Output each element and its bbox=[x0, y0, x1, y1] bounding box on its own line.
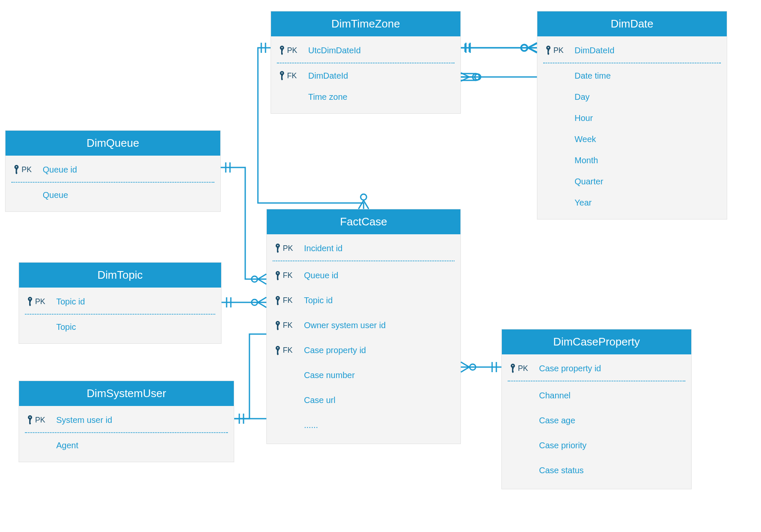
field-name: Date time bbox=[575, 71, 611, 81]
key-icon bbox=[274, 296, 281, 305]
field-name: Case property id bbox=[539, 364, 601, 373]
entity-title: DimSystemUser bbox=[19, 381, 234, 406]
svg-line-6 bbox=[528, 44, 537, 48]
key-label: FK bbox=[279, 71, 308, 80]
svg-line-28 bbox=[258, 297, 266, 302]
field-name: Queue bbox=[43, 190, 68, 200]
svg-point-41 bbox=[361, 194, 367, 200]
key-label: FK bbox=[274, 296, 304, 305]
field-row: Topic bbox=[19, 316, 221, 337]
rel-topic-factcase bbox=[222, 297, 266, 307]
field-row: PK UtcDimDateId bbox=[271, 40, 460, 61]
key-label: PK bbox=[27, 415, 56, 425]
svg-point-13 bbox=[521, 45, 527, 51]
field-name: Day bbox=[575, 92, 590, 102]
key-text: PK bbox=[553, 46, 564, 55]
field-row: ...... bbox=[267, 413, 460, 438]
entity-dimdate: DimDate PK DimDateId Date time Day Hour … bbox=[537, 11, 727, 219]
key-label: PK bbox=[13, 165, 43, 174]
field-row: Quarter bbox=[537, 171, 727, 192]
field-name: System user id bbox=[56, 415, 112, 425]
key-text: PK bbox=[35, 297, 45, 306]
key-icon bbox=[274, 244, 281, 253]
entity-title: FactCase bbox=[267, 209, 460, 234]
field-row: Case age bbox=[502, 408, 691, 433]
svg-point-16 bbox=[475, 74, 481, 80]
field-row: Time zone bbox=[271, 86, 460, 107]
entity-title: DimQueue bbox=[5, 131, 220, 156]
pk-divider bbox=[25, 432, 228, 433]
key-text: PK bbox=[283, 244, 293, 253]
field-name: Queue id bbox=[43, 165, 77, 175]
field-name: Agent bbox=[56, 441, 78, 450]
field-row: PK System user id bbox=[19, 409, 234, 431]
field-row: Case url bbox=[267, 388, 460, 413]
entity-title: DimTopic bbox=[19, 263, 221, 288]
field-name: Case property id bbox=[304, 346, 366, 355]
svg-line-18 bbox=[461, 77, 469, 81]
field-name: Quarter bbox=[575, 177, 603, 186]
rel-factcase-caseproperty bbox=[461, 362, 501, 372]
svg-line-23 bbox=[258, 279, 266, 284]
pk-divider bbox=[508, 381, 685, 381]
key-icon bbox=[545, 46, 552, 55]
svg-line-22 bbox=[258, 274, 266, 279]
svg-point-21 bbox=[252, 276, 257, 282]
field-row: Agent bbox=[19, 435, 234, 456]
key-label: FK bbox=[274, 346, 304, 355]
field-name: Topic id bbox=[56, 297, 85, 307]
key-label: PK bbox=[509, 364, 539, 373]
svg-line-7 bbox=[528, 48, 537, 52]
field-row: FK Case property id bbox=[267, 338, 460, 363]
entity-title: DimCaseProperty bbox=[502, 329, 691, 354]
entity-title: DimDate bbox=[537, 11, 727, 36]
entity-body: PK DimDateId Date time Day Hour Week Mon… bbox=[537, 36, 727, 219]
rel-systemuser-factcase-straight bbox=[234, 414, 266, 424]
field-name: Month bbox=[575, 156, 598, 165]
field-row: Case status bbox=[502, 458, 691, 483]
field-name: Time zone bbox=[308, 92, 348, 102]
key-icon bbox=[279, 71, 285, 80]
svg-line-43 bbox=[364, 200, 369, 209]
entity-dimsystemuser: DimSystemUser PK System user id Agent bbox=[19, 381, 234, 462]
key-text: FK bbox=[283, 321, 293, 330]
field-name: Hour bbox=[575, 113, 593, 123]
svg-point-27 bbox=[252, 299, 257, 305]
connector-timezone-date bbox=[461, 44, 537, 80]
field-row: Month bbox=[537, 150, 727, 171]
entity-dimtopic: DimTopic PK Topic id Topic bbox=[19, 262, 222, 344]
rel-queue-factcase bbox=[221, 162, 266, 284]
svg-line-14 bbox=[528, 43, 537, 48]
key-text: PK bbox=[22, 165, 32, 174]
field-name: Queue id bbox=[304, 271, 338, 280]
svg-line-15 bbox=[528, 48, 537, 53]
field-row: FK Queue id bbox=[267, 263, 460, 288]
field-name: Year bbox=[575, 198, 591, 208]
field-row: Queue bbox=[5, 184, 220, 206]
entity-body: PK Case property id Channel Case age Cas… bbox=[502, 354, 691, 489]
field-name: Case priority bbox=[539, 441, 586, 450]
field-row: FK Topic id bbox=[267, 288, 460, 313]
svg-line-42 bbox=[359, 200, 364, 209]
svg-line-36 bbox=[461, 367, 469, 372]
field-row: PK Topic id bbox=[19, 291, 221, 312]
field-row: Year bbox=[537, 192, 727, 213]
key-text: PK bbox=[287, 46, 297, 55]
key-text: PK bbox=[35, 416, 45, 425]
field-name: ...... bbox=[304, 420, 318, 430]
svg-line-29 bbox=[258, 302, 266, 307]
entity-body: PK UtcDimDateId FK DimDateId Time zone bbox=[271, 36, 460, 113]
key-label: PK bbox=[27, 297, 56, 306]
field-row: Hour bbox=[537, 107, 727, 129]
field-name: Case number bbox=[304, 370, 355, 380]
rel-systemuser-factcase bbox=[234, 334, 266, 419]
field-name: Channel bbox=[539, 391, 571, 400]
key-label: FK bbox=[274, 271, 304, 280]
field-row: Week bbox=[537, 129, 727, 150]
key-text: PK bbox=[518, 364, 528, 373]
key-text: FK bbox=[283, 346, 293, 355]
key-icon bbox=[274, 321, 281, 330]
key-text: FK bbox=[283, 271, 293, 280]
svg-point-8 bbox=[521, 44, 528, 51]
entity-dimcaseproperty: DimCaseProperty PK Case property id Chan… bbox=[501, 329, 692, 489]
